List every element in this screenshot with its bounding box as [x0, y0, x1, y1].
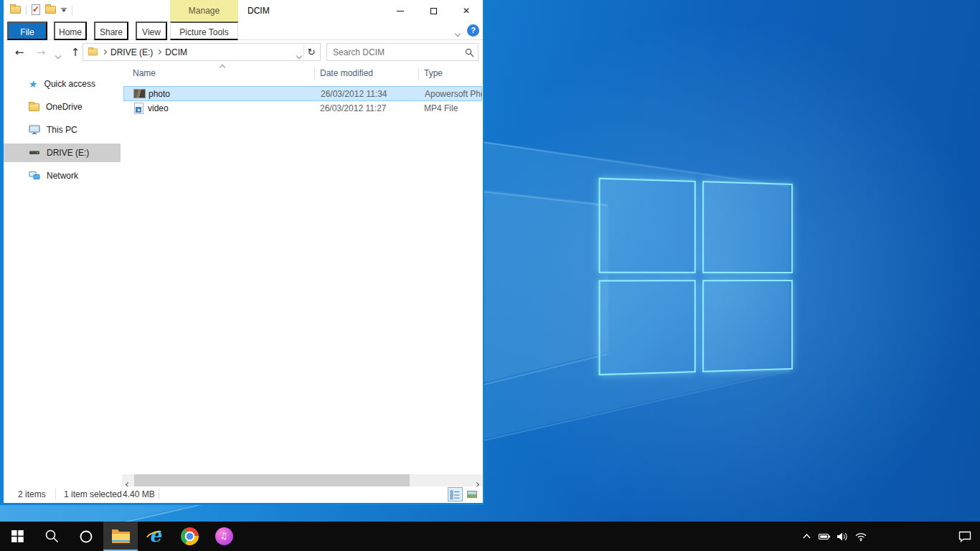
divider	[159, 489, 159, 499]
search-box	[326, 43, 479, 61]
breadcrumb-chevron-icon	[156, 50, 161, 55]
wifi-tray-button[interactable]	[852, 522, 870, 551]
quick-access-toolbar: ✓	[10, 4, 72, 15]
chrome-icon	[181, 527, 199, 545]
column-header-name[interactable]: Name	[133, 68, 156, 78]
file-type: MP4 File	[424, 101, 481, 116]
address-bar[interactable]: DRIVE (E:) DCIM ↻	[83, 43, 321, 61]
help-button[interactable]: ?	[467, 24, 479, 37]
title-bar[interactable]: ✓ Manage DCIM ✕	[4, 0, 483, 22]
sidebar-item-this-pc[interactable]: This PC	[4, 121, 122, 139]
sidebar-item-network[interactable]: Network	[4, 166, 122, 185]
volume-icon	[837, 532, 849, 542]
tab-picture-tools[interactable]: Picture Tools	[170, 22, 238, 40]
battery-tray-button[interactable]	[816, 522, 834, 551]
folder-icon	[29, 103, 39, 111]
taskbar: e ♫	[0, 522, 980, 551]
hidden-icons-button[interactable]	[798, 522, 816, 551]
details-view-icon	[450, 490, 461, 499]
monitor-icon	[29, 123, 40, 137]
column-header-date-modified[interactable]: Date modified	[320, 68, 373, 78]
qat-customize-button[interactable]	[61, 8, 67, 12]
scrollbar-thumb[interactable]	[134, 474, 410, 486]
taskbar-file-explorer-button[interactable]	[103, 522, 138, 551]
sort-ascending-icon	[220, 65, 225, 70]
file-date-modified: 26/03/2012 11:27	[320, 101, 387, 116]
up-one-level-button[interactable]: ↑	[67, 44, 84, 61]
folder-icon	[88, 49, 98, 56]
ribbon-context-group-manage[interactable]: Manage	[170, 0, 238, 22]
file-row-photo[interactable]: photo 26/03/2012 11:34 Apowersoft Pho	[123, 86, 482, 101]
back-button[interactable]: ←	[11, 44, 28, 61]
caret-down-icon	[62, 9, 66, 12]
file-date-modified: 26/03/2012 11:34	[321, 87, 387, 101]
volume-tray-button[interactable]	[834, 522, 852, 551]
horizontal-scrollbar[interactable]	[122, 474, 483, 486]
taskbar-itunes-button[interactable]: ♫	[207, 522, 241, 551]
details-view-button[interactable]	[448, 487, 463, 501]
sidebar-item-label: OneDrive	[46, 102, 83, 112]
navigation-pane: ★ Quick access OneDrive This PC DRIVE (E…	[4, 64, 122, 474]
file-type: Apowersoft Pho	[425, 87, 482, 101]
close-icon: ✕	[463, 6, 470, 16]
start-button[interactable]	[0, 522, 34, 551]
tab-share[interactable]: Share	[94, 22, 128, 40]
ribbon-collapse-button[interactable]	[456, 27, 460, 38]
minimize-button[interactable]	[384, 0, 417, 22]
sidebar-item-drive-e[interactable]: DRIVE (E:)	[4, 143, 121, 162]
qat-new-folder-button[interactable]	[45, 6, 56, 14]
close-button[interactable]: ✕	[450, 0, 483, 22]
recent-locations-button[interactable]	[52, 48, 64, 60]
ribbon-tab-row: File Home Share View Picture Tools ?	[4, 22, 483, 40]
sidebar-item-label: DRIVE (E:)	[47, 148, 89, 158]
file-explorer-window: ✓ Manage DCIM ✕ File Home Share View Pic…	[0, 0, 484, 505]
sidebar-item-onedrive[interactable]: OneDrive	[4, 98, 122, 116]
column-separator[interactable]	[418, 67, 419, 81]
question-mark-icon: ?	[471, 26, 476, 34]
refresh-button[interactable]: ↻	[304, 44, 319, 60]
large-icons-view-button[interactable]	[464, 487, 479, 501]
tab-home[interactable]: Home	[54, 22, 87, 40]
check-icon: ✓	[32, 4, 39, 14]
action-center-button[interactable]	[950, 522, 980, 551]
tab-file[interactable]: File	[7, 22, 47, 40]
video-file-icon	[134, 103, 143, 114]
quick-access-star-icon: ★	[28, 79, 39, 89]
maximize-button[interactable]	[417, 0, 450, 22]
refresh-icon: ↻	[308, 47, 316, 57]
chevron-up-icon	[802, 532, 811, 541]
qat-properties-button[interactable]: ✓	[32, 4, 40, 15]
selected-size: 4.40 MB	[123, 489, 155, 499]
forward-button[interactable]: →	[32, 44, 50, 61]
file-row-video[interactable]: video 26/03/2012 11:27 MP4 File	[123, 101, 482, 116]
tab-view[interactable]: View	[136, 22, 167, 40]
taskbar-chrome-button[interactable]	[172, 522, 207, 551]
breadcrumb-chevron-icon	[102, 50, 107, 55]
up-arrow-icon: ↑	[71, 46, 80, 59]
column-header-type[interactable]: Type	[424, 68, 443, 78]
maximize-icon	[430, 8, 437, 14]
back-arrow-icon: ←	[15, 46, 24, 59]
breadcrumb-folder[interactable]: DCIM	[165, 47, 187, 57]
window-title: DCIM	[248, 0, 270, 22]
file-list-pane: Name Date modified Type photo 26/03/2012…	[122, 64, 483, 474]
search-icon	[44, 529, 60, 544]
search-input[interactable]	[327, 44, 459, 60]
windows-start-icon	[11, 530, 24, 542]
column-separator[interactable]	[314, 67, 315, 81]
windows-logo-wallpaper	[598, 178, 793, 376]
cortana-button[interactable]	[69, 522, 103, 551]
sidebar-item-quick-access[interactable]: ★ Quick access	[4, 75, 122, 93]
drive-icon	[29, 146, 40, 160]
toolbar-separator	[72, 5, 72, 15]
wifi-icon	[854, 532, 867, 542]
minimize-icon	[397, 11, 404, 11]
battery-icon	[819, 532, 831, 542]
file-explorer-icon	[111, 528, 131, 544]
taskbar-internet-explorer-button[interactable]: e	[138, 522, 172, 551]
breadcrumb-drive[interactable]: DRIVE (E:)	[110, 47, 153, 57]
taskbar-search-button[interactable]	[34, 522, 69, 551]
itunes-icon: ♫	[215, 527, 233, 545]
network-icon	[29, 169, 40, 183]
address-dropdown-button[interactable]	[297, 50, 301, 60]
